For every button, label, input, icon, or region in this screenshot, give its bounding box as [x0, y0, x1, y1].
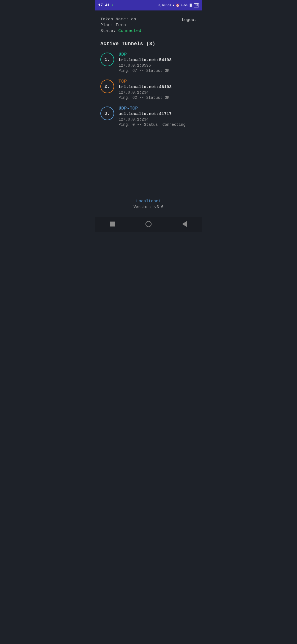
tunnel-details-2: TCP tr1.localto.net:46103 127.0.0.1:234 … [119, 79, 172, 100]
tunnel-number-3: 3. [100, 107, 114, 120]
bluetooth-icon: ✱ [172, 4, 174, 7]
nav-back-button[interactable] [181, 220, 188, 228]
tunnel-item-3: 3. UDP-TCP us1.localto.net:41717 127.0.0… [100, 106, 197, 127]
status-bar-right: 0,6KB/s ✱ ⏰ 4.5G ▐▌ 60 [158, 3, 199, 7]
alarm-icon: ⏰ [176, 4, 180, 7]
signal-label: 4.5G [181, 4, 188, 7]
recent-apps-icon [110, 222, 115, 227]
tunnel-local-2: 127.0.0.1:234 [119, 90, 172, 95]
tunnel-number-2: 2. [100, 80, 114, 93]
state-line: State: Connected [100, 29, 141, 33]
status-bar: 17:41 ⚡ 0,6KB/s ✱ ⏰ 4.5G ▐▌ 60 [95, 0, 202, 10]
footer-version: Version: v3.0 [100, 205, 197, 209]
plan-line: Plan: Fero [100, 23, 141, 28]
nav-bar [95, 217, 202, 232]
state-value: Connected [118, 29, 141, 33]
info-block: Token Name: cs Plan: Fero State: Connect… [100, 17, 141, 33]
tunnel-ping-1: Ping: 67 -- Status: OK [119, 69, 172, 73]
tunnel-item-1: 1. UDP tr1.localto.net:54198 127.0.0.1:8… [100, 52, 197, 73]
token-value: cs [131, 17, 136, 22]
tunnel-host-2: tr1.localto.net:46103 [119, 85, 172, 89]
state-label: State: [100, 29, 118, 33]
tunnel-protocol-1: UDP [119, 52, 172, 57]
plan-label: Plan: [100, 23, 116, 28]
time-display: 17:41 [98, 3, 110, 7]
plan-value: Fero [116, 23, 126, 28]
nav-home-button[interactable] [144, 220, 153, 228]
footer-brand: Localtonet [100, 199, 197, 204]
tunnels-heading: Active Tunnels (3) [100, 41, 197, 47]
tunnel-protocol-2: TCP [119, 79, 172, 84]
tunnel-protocol-3: UDP-TCP [119, 106, 186, 111]
tunnel-details-1: UDP tr1.localto.net:54198 127.0.0.1:8596… [119, 52, 172, 73]
token-label: Token Name: [100, 17, 131, 22]
tunnel-local-1: 127.0.0.1:8596 [119, 63, 172, 68]
status-bar-left: 17:41 ⚡ [98, 3, 113, 7]
network-icon: ⚡ [111, 3, 113, 7]
back-icon [182, 221, 187, 227]
footer: Localtonet Version: v3.0 [100, 193, 197, 212]
tunnel-host-3: us1.localto.net:41717 [119, 112, 186, 116]
battery-icon: 60 [194, 3, 199, 7]
main-content: Token Name: cs Plan: Fero State: Connect… [95, 10, 202, 217]
tunnel-item-2: 2. TCP tr1.localto.net:46103 127.0.0.1:2… [100, 79, 197, 100]
signal-bars-icon: ▐▌ [189, 4, 193, 7]
tunnel-host-1: tr1.localto.net:54198 [119, 58, 172, 62]
home-icon [145, 221, 152, 227]
tunnel-ping-3: Ping: 0 -- Status: Connecting [119, 122, 186, 127]
tunnel-ping-2: Ping: 62 -- Status: OK [119, 95, 172, 100]
nav-recent-button[interactable] [109, 220, 116, 228]
logout-button[interactable]: Logout [182, 18, 197, 22]
tunnel-number-1: 1. [100, 53, 114, 66]
tunnel-details-3: UDP-TCP us1.localto.net:41717 127.0.0.1:… [119, 106, 186, 127]
tunnel-list: 1. UDP tr1.localto.net:54198 127.0.0.1:8… [100, 52, 197, 127]
header-section: Token Name: cs Plan: Fero State: Connect… [100, 17, 197, 33]
network-speed: 0,6KB/s [158, 4, 171, 7]
tunnel-local-3: 127.0.0.1:234 [119, 117, 186, 122]
token-name-line: Token Name: cs [100, 17, 141, 22]
